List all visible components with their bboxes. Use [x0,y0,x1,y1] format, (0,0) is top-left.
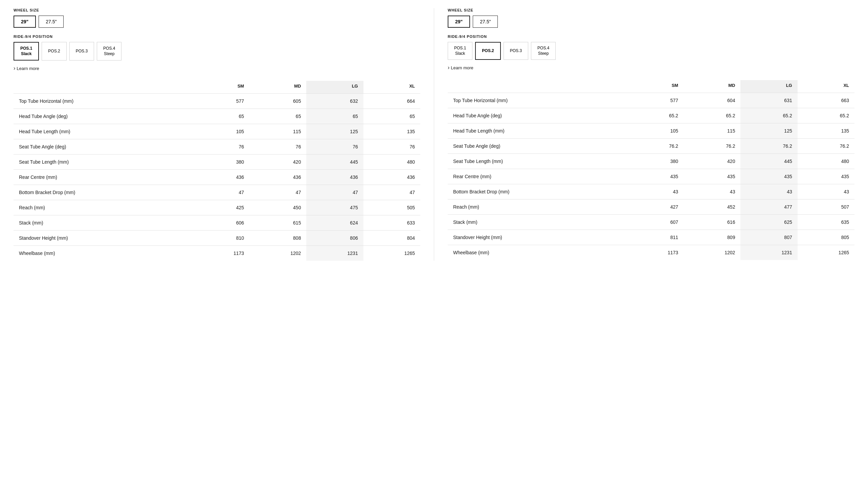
left-cell: 76 [363,139,420,155]
right-table-row: Reach (mm)427452477507 [448,200,854,215]
right-pos-group: POS.1Slack POS.2 POS.3 POS.4Steep [448,42,854,60]
right-pos1-btn[interactable]: POS.1Slack [448,42,472,60]
right-cell: 43 [627,184,684,200]
left-cell: 65 [193,109,249,124]
right-row-label: Rear Centre (mm) [448,169,627,184]
left-wheel-size-section: WHEEL SIZE 29" 27.5" [14,8,420,28]
left-cell: 47 [306,185,363,200]
left-cell: 577 [193,93,249,109]
left-wheel-size-label: WHEEL SIZE [14,8,420,12]
left-cell: 65 [249,109,306,124]
left-table-row: Wheelbase (mm)1173120212311265 [14,246,420,261]
left-pos1-btn[interactable]: POS.1Slack [14,42,39,61]
right-col-header-sm: SM [627,80,684,93]
right-row-label: Head Tube Length (mm) [448,123,627,139]
right-cell: 631 [740,93,797,108]
right-cell: 616 [684,215,740,230]
right-row-label: Wheelbase (mm) [448,245,627,260]
right-table-row: Standover Height (mm)811809807805 [448,230,854,245]
right-row-label: Head Tube Angle (deg) [448,108,627,123]
right-cell: 1265 [798,245,854,260]
right-pos4-btn[interactable]: POS.4Steep [531,42,556,60]
left-ride-position-section: RIDE-9/4 POSITION POS.1Slack POS.2 POS.3… [14,34,420,61]
left-row-label: Top Tube Horizontal (mm) [14,93,193,109]
left-table-row: Head Tube Length (mm)105115125135 [14,124,420,139]
left-cell: 65 [306,109,363,124]
left-row-label: Rear Centre (mm) [14,170,193,185]
left-pos2-btn[interactable]: POS.2 [42,42,66,61]
right-cell: 43 [798,184,854,200]
right-cell: 435 [740,169,797,184]
left-cell: 115 [249,124,306,139]
right-cell: 1231 [740,245,797,260]
left-cell: 1231 [306,246,363,261]
right-wheel-275-btn[interactable]: 27.5" [473,16,498,28]
right-cell: 115 [684,123,740,139]
right-spec-table: SM MD LG XL Top Tube Horizontal (mm)5776… [448,80,854,260]
left-table-row: Standover Height (mm)810808806804 [14,231,420,246]
right-cell: 76.2 [627,139,684,154]
right-cell: 435 [684,169,740,184]
left-learn-more-link[interactable]: Learn more [14,65,39,71]
right-cell: 635 [798,215,854,230]
right-cell: 445 [740,154,797,169]
left-col-header-sm: SM [193,81,249,93]
right-cell: 1173 [627,245,684,260]
right-wheel-size-section: WHEEL SIZE 29" 27.5" [448,8,854,28]
right-col-header-xl: XL [798,80,854,93]
left-cell: 480 [363,155,420,170]
left-wheel-275-btn[interactable]: 27.5" [38,16,64,28]
left-cell: 436 [193,170,249,185]
right-row-label: Reach (mm) [448,200,627,215]
left-row-label: Bottom Bracket Drop (mm) [14,185,193,200]
left-pos3-btn[interactable]: POS.3 [69,42,94,61]
left-cell: 606 [193,216,249,231]
right-cell: 380 [627,154,684,169]
left-row-label: Standover Height (mm) [14,231,193,246]
right-cell: 663 [798,93,854,108]
right-col-header-md: MD [684,80,740,93]
left-pos-group: POS.1Slack POS.2 POS.3 POS.4Steep [14,42,420,61]
left-cell: 804 [363,231,420,246]
right-cell: 135 [798,123,854,139]
left-cell: 810 [193,231,249,246]
right-cell: 805 [798,230,854,245]
right-table-row: Seat Tube Angle (deg)76.276.276.276.2 [448,139,854,154]
left-wheel-29-btn[interactable]: 29" [14,16,36,28]
right-cell: 480 [798,154,854,169]
right-cell: 452 [684,200,740,215]
left-pos4-btn[interactable]: POS.4Steep [97,42,121,61]
right-ride-position-label: RIDE-9/4 POSITION [448,34,854,38]
right-cell: 507 [798,200,854,215]
right-cell: 1202 [684,245,740,260]
left-cell: 76 [306,139,363,155]
left-col-header-md: MD [249,81,306,93]
right-wheel-29-btn[interactable]: 29" [448,16,470,28]
right-cell: 811 [627,230,684,245]
left-cell: 605 [249,93,306,109]
left-ride-position-label: RIDE-9/4 POSITION [14,34,420,38]
right-table-row: Bottom Bracket Drop (mm)43434343 [448,184,854,200]
left-col-header-label [14,81,193,93]
right-pos3-btn[interactable]: POS.3 [504,42,528,60]
left-col-header-xl: XL [363,81,420,93]
right-learn-more-link[interactable]: Learn more [448,65,473,71]
left-row-label: Seat Tube Angle (deg) [14,139,193,155]
left-cell: 47 [193,185,249,200]
right-cell: 65.2 [740,108,797,123]
right-row-label: Bottom Bracket Drop (mm) [448,184,627,200]
page-container: WHEEL SIZE 29" 27.5" RIDE-9/4 POSITION P… [0,0,868,269]
right-cell: 43 [740,184,797,200]
left-panel: WHEEL SIZE 29" 27.5" RIDE-9/4 POSITION P… [14,8,434,261]
left-cell: 125 [306,124,363,139]
right-table-row: Head Tube Angle (deg)65.265.265.265.2 [448,108,854,123]
right-pos2-btn[interactable]: POS.2 [475,42,501,60]
left-cell: 445 [306,155,363,170]
left-row-label: Seat Tube Length (mm) [14,155,193,170]
right-cell: 65.2 [798,108,854,123]
right-table-row: Top Tube Horizontal (mm)577604631663 [448,93,854,108]
left-table-row: Head Tube Angle (deg)65656565 [14,109,420,124]
right-cell: 807 [740,230,797,245]
left-cell: 475 [306,200,363,216]
right-wheel-size-label: WHEEL SIZE [448,8,854,12]
